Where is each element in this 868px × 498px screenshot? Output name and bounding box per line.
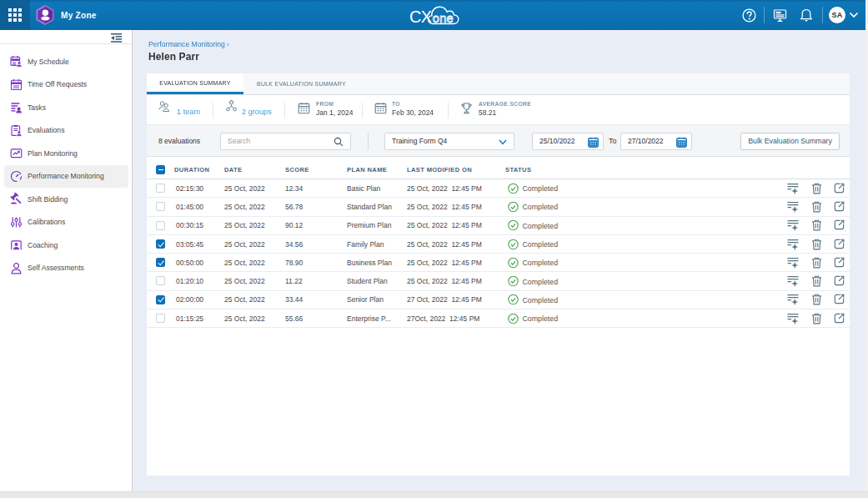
- svg-text:one: one: [433, 12, 454, 25]
